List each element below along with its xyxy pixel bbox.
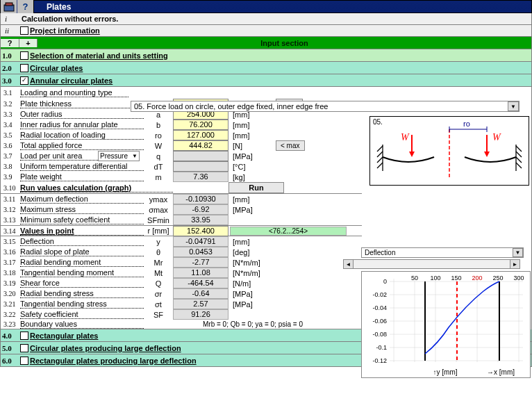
param-limit-button[interactable]: < max (276, 140, 305, 151)
row-index: 3.19 (1, 279, 20, 287)
param-label: Plate thickness (20, 99, 144, 108)
point-result-label: Tangential bending stress (20, 300, 144, 309)
result-value: 33.95 (173, 215, 228, 225)
section-1-checkbox[interactable] (20, 51, 28, 60)
svg-text:300: 300 (513, 275, 524, 281)
load-type-select[interactable]: Pressure▼ (98, 151, 140, 161)
row-index: 3.0 (1, 76, 19, 85)
section-2-header[interactable]: 2.0 Circular plates (0, 62, 532, 74)
diagram-w-left: W (401, 132, 410, 142)
loading-type-select[interactable]: 05. Force load on circle, outer edge fix… (131, 101, 519, 112)
param-value-readonly: 7.36 (173, 172, 228, 182)
row-values-in-point: 3.14 Values in point r [mm] 152.400 <76.… (1, 225, 362, 236)
section-3-checkbox[interactable]: ✓ (20, 76, 28, 85)
param-value-input[interactable]: 444.82 (173, 140, 228, 151)
row-index: i (1, 15, 19, 23)
result-row: 3.13 Minimum safety coefficient SFmin 33… (1, 215, 362, 225)
point-result-symbol: σr (144, 290, 173, 298)
param-row: 3.9 Plate weight m 7.36 [kg] (1, 172, 362, 182)
point-result-label: Deflection (20, 237, 144, 246)
scroll-left-button[interactable]: ◄ (343, 259, 354, 269)
row-index: 3.22 (1, 311, 20, 318)
param-symbol: b (144, 121, 173, 129)
param-label: Plate weight (20, 172, 144, 181)
svg-rect-1 (6, 3, 13, 6)
param-label: Load per unit area (20, 152, 98, 161)
section-5-checkbox[interactable] (20, 344, 28, 352)
point-result-value: -2.77 (173, 257, 228, 268)
result-symbol: SFmin (144, 216, 173, 224)
param-unit: [°C] (228, 163, 267, 171)
point-result-row: 3.22 Safety coefficient SF 91.26 (1, 309, 362, 320)
run-button[interactable]: Run (228, 182, 284, 193)
row-loading-type: 3.1 Loading and mounting type (1, 87, 362, 99)
section-2-checkbox[interactable] (20, 64, 28, 72)
row-index: 3.3 (1, 111, 20, 118)
result-label: Maximum deflection (20, 195, 144, 204)
r-slider[interactable]: ◄ ► (343, 259, 520, 269)
point-result-label: Shear force (20, 279, 144, 288)
row-index: 4.0 (1, 332, 19, 340)
row-index: 3.7 (1, 152, 20, 160)
svg-text:↑y [mm]: ↑y [mm] (433, 368, 458, 376)
diagram-ro: ro (463, 120, 470, 128)
input-section-label: Input section (37, 39, 531, 47)
point-result-unit: [MPa] (228, 290, 267, 298)
row-index: 3.13 (1, 216, 20, 224)
point-result-value: 0.0453 (173, 247, 228, 257)
point-result-value: -0.64 (173, 288, 228, 299)
result-unit: [mm] (228, 195, 267, 204)
diagram-tag: 05. (373, 118, 383, 126)
section-expand-button[interactable]: + (19, 39, 37, 47)
project-info-checkbox[interactable] (20, 26, 28, 35)
chart-type-select[interactable]: Deflection ▼ (361, 247, 524, 258)
point-result-unit: [N*m/m] (228, 259, 267, 267)
param-unit: [mm] (228, 131, 267, 140)
point-result-label: Radial bending stress (20, 289, 144, 298)
param-symbol: q (144, 152, 173, 161)
param-symbol: W (144, 142, 173, 150)
param-label: Inner radius for annular plate (20, 120, 144, 129)
r-range: <76.2...254> (230, 227, 347, 236)
window-title: Plates (47, 2, 71, 12)
result-value: -6.92 (173, 204, 228, 215)
row-index: 3.2 (1, 100, 20, 108)
svg-text:→x [mm]: →x [mm] (487, 368, 515, 376)
svg-line-10 (516, 157, 522, 163)
values-in-point-label: Values in point (20, 227, 144, 236)
param-symbol: dT (144, 163, 173, 171)
status-row: i Calculation without errors. (0, 13, 532, 25)
point-result-symbol: y (144, 238, 173, 246)
param-symbol: r [mm] (144, 227, 173, 235)
section-3-header[interactable]: 3.0 ✓ Annular circular plates (0, 74, 532, 87)
row-index: 3.15 (1, 238, 20, 245)
r-value-input[interactable]: 152.400 (173, 226, 228, 236)
app-icon[interactable] (1, 0, 17, 13)
loading-type-label: Loading and mounting type (20, 88, 128, 97)
section-1-label: Selection of material and units setting (30, 51, 168, 60)
chevron-down-icon[interactable]: ▼ (508, 101, 519, 111)
help-icon[interactable]: ? (17, 0, 34, 13)
chevron-down-icon[interactable]: ▼ (513, 248, 523, 257)
param-value-input[interactable]: 127.000 (173, 130, 228, 140)
result-label: Minimum safety coefficient (20, 215, 144, 224)
section-4-checkbox[interactable] (20, 332, 28, 340)
param-unit: [mm] (228, 121, 267, 129)
row-boundary-values: 3.23 Boundary values Mrb = 0; Qb = 0; ya… (1, 320, 362, 329)
param-value-input[interactable]: 76.200 (173, 120, 228, 130)
point-result-row: 3.20 Radial bending stress σr -0.64 [MPa… (1, 288, 362, 299)
svg-line-11 (516, 163, 522, 168)
svg-text:200: 200 (472, 275, 482, 281)
project-info-label[interactable]: Project information (30, 26, 100, 35)
section-help-button[interactable]: ? (1, 39, 19, 47)
row-index: 3.14 (1, 227, 20, 235)
scroll-track[interactable] (354, 259, 379, 269)
param-label: Uniform temperature differential (20, 162, 144, 171)
status-text: Calculation without errors. (22, 15, 118, 23)
point-result-row: 3.21 Tangential bending stress σt 2.57 [… (1, 299, 362, 309)
point-result-value: -0.04791 (173, 236, 228, 247)
section-1-header[interactable]: 1.0 Selection of material and units sett… (0, 49, 532, 62)
section-6-checkbox[interactable] (20, 357, 28, 365)
scroll-right-button[interactable]: ► (510, 259, 520, 269)
row-index: 3.8 (1, 163, 20, 170)
